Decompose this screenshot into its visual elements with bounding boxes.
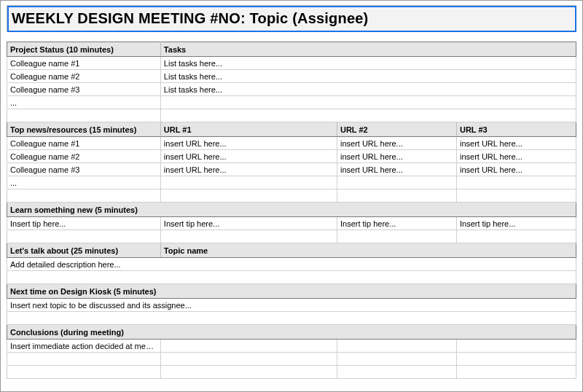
table-row[interactable]: Colleague name #1 insert URL here... ins… xyxy=(7,137,576,150)
table-row[interactable] xyxy=(7,230,576,243)
table-row[interactable] xyxy=(7,353,576,366)
empty-cell[interactable] xyxy=(7,353,161,366)
table-row[interactable]: Colleague name #2 insert URL here... ins… xyxy=(7,150,576,163)
empty-cell[interactable] xyxy=(7,109,161,122)
url-cell[interactable]: insert URL here... xyxy=(456,150,576,163)
table-row[interactable]: Colleague name #1 List tasks here... xyxy=(7,57,576,70)
url-cell[interactable]: insert URL here... xyxy=(160,163,337,176)
next-time-header[interactable]: Next time on Design Kiosk (5 minutes) xyxy=(7,284,576,299)
empty-cell[interactable] xyxy=(160,189,337,203)
project-status-header-row[interactable]: Project Status (10 minutes) Tasks xyxy=(7,42,576,57)
empty-cell[interactable] xyxy=(337,230,456,243)
table-row[interactable]: Insert next topic to be discussed and it… xyxy=(7,299,576,312)
colleague-name-cell[interactable]: Colleague name #3 xyxy=(7,83,161,96)
top-news-header[interactable]: Top news/resources (15 minutes) xyxy=(7,122,161,137)
table-row[interactable]: Add detailed description here... xyxy=(7,258,576,271)
table-row[interactable]: Colleague name #2 List tasks here... xyxy=(7,70,576,83)
empty-cell[interactable] xyxy=(456,353,576,366)
talk-header-row[interactable]: Let's talk about (25 minutes) Topic name xyxy=(7,243,576,258)
table-row[interactable]: ... xyxy=(7,96,576,109)
url-cell[interactable]: insert URL here... xyxy=(337,137,456,150)
tasks-cell[interactable]: List tasks here... xyxy=(160,57,576,70)
empty-cell[interactable] xyxy=(160,230,337,243)
empty-cell[interactable] xyxy=(456,366,576,379)
tip-cell[interactable]: Insert tip here... xyxy=(337,217,456,230)
learn-header-row[interactable]: Learn something new (5 minutes) xyxy=(7,203,576,217)
talk-header[interactable]: Let's talk about (25 minutes) xyxy=(7,243,161,258)
document-title[interactable]: WEEKLY DESIGN MEETING #NO: Topic (Assign… xyxy=(7,6,576,32)
talk-description-cell[interactable]: Add detailed description here... xyxy=(7,258,576,271)
empty-cell[interactable] xyxy=(160,353,337,366)
conclusions-header[interactable]: Conclusions (during meeting) xyxy=(7,325,576,340)
next-time-header-row[interactable]: Next time on Design Kiosk (5 minutes) xyxy=(7,284,576,299)
empty-cell[interactable] xyxy=(337,189,456,203)
next-time-description-cell[interactable]: Insert next topic to be discussed and it… xyxy=(7,299,576,312)
tip-cell[interactable]: Insert tip here... xyxy=(160,217,337,230)
url2-header[interactable]: URL #2 xyxy=(337,122,456,137)
ellipsis-cell[interactable]: ... xyxy=(7,176,161,189)
spacer xyxy=(7,32,576,42)
empty-cell[interactable] xyxy=(456,230,576,243)
tasks-cell[interactable]: List tasks here... xyxy=(160,83,576,96)
empty-cell[interactable] xyxy=(7,189,161,203)
table-row[interactable] xyxy=(7,271,576,284)
colleague-name-cell[interactable]: Colleague name #2 xyxy=(7,70,161,83)
ellipsis-cell[interactable]: ... xyxy=(7,96,161,109)
url1-header[interactable]: URL #1 xyxy=(160,122,337,137)
empty-cell[interactable] xyxy=(7,271,576,284)
colleague-name-cell[interactable]: Colleague name #1 xyxy=(7,57,161,70)
empty-cell[interactable] xyxy=(160,340,337,353)
tasks-cell[interactable]: List tasks here... xyxy=(160,70,576,83)
empty-cell[interactable] xyxy=(7,230,161,243)
table-row[interactable]: ... xyxy=(7,176,576,189)
tip-cell[interactable]: Insert tip here... xyxy=(7,217,161,230)
empty-cell[interactable] xyxy=(337,353,456,366)
spreadsheet-template: WEEKLY DESIGN MEETING #NO: Topic (Assign… xyxy=(0,0,583,392)
url-cell[interactable]: insert URL here... xyxy=(456,137,576,150)
empty-cell[interactable] xyxy=(160,176,337,189)
tip-cell[interactable]: Insert tip here... xyxy=(456,217,576,230)
table-row[interactable]: Insert tip here... Insert tip here... In… xyxy=(7,217,576,230)
top-news-header-row[interactable]: Top news/resources (15 minutes) URL #1 U… xyxy=(7,122,576,137)
url3-header[interactable]: URL #3 xyxy=(456,122,576,137)
url-cell[interactable]: insert URL here... xyxy=(160,137,337,150)
empty-cell[interactable] xyxy=(456,189,576,203)
url-cell[interactable]: insert URL here... xyxy=(456,163,576,176)
empty-cell[interactable] xyxy=(160,366,337,379)
url-cell[interactable]: insert URL here... xyxy=(337,150,456,163)
table-row[interactable] xyxy=(7,109,576,122)
empty-cell[interactable] xyxy=(456,340,576,353)
empty-cell[interactable] xyxy=(337,176,456,189)
tasks-header[interactable]: Tasks xyxy=(160,42,576,57)
empty-cell[interactable] xyxy=(160,109,576,122)
meeting-table[interactable]: WEEKLY DESIGN MEETING #NO: Topic (Assign… xyxy=(7,5,576,379)
empty-cell[interactable] xyxy=(7,312,576,325)
table-row[interactable]: Colleague name #3 List tasks here... xyxy=(7,83,576,96)
table-row[interactable] xyxy=(7,189,576,203)
empty-cell[interactable] xyxy=(456,176,576,189)
conclusions-description-cell[interactable]: Insert immediate action decided at meeti… xyxy=(7,340,161,353)
empty-cell[interactable] xyxy=(7,366,161,379)
url-cell[interactable]: insert URL here... xyxy=(160,150,337,163)
url-cell[interactable]: insert URL here... xyxy=(337,163,456,176)
table-row[interactable] xyxy=(7,312,576,325)
title-row[interactable]: WEEKLY DESIGN MEETING #NO: Topic (Assign… xyxy=(7,6,576,32)
colleague-name-cell[interactable]: Colleague name #3 xyxy=(7,163,161,176)
colleague-name-cell[interactable]: Colleague name #2 xyxy=(7,150,161,163)
conclusions-header-row[interactable]: Conclusions (during meeting) xyxy=(7,325,576,340)
empty-cell[interactable] xyxy=(160,96,576,109)
empty-cell[interactable] xyxy=(337,340,456,353)
colleague-name-cell[interactable]: Colleague name #1 xyxy=(7,137,161,150)
project-status-header[interactable]: Project Status (10 minutes) xyxy=(7,42,161,57)
learn-header[interactable]: Learn something new (5 minutes) xyxy=(7,203,576,217)
table-row[interactable]: Insert immediate action decided at meeti… xyxy=(7,340,576,353)
table-row[interactable] xyxy=(7,366,576,379)
table-row[interactable]: Colleague name #3 insert URL here... ins… xyxy=(7,163,576,176)
empty-cell[interactable] xyxy=(337,366,456,379)
topic-name-header[interactable]: Topic name xyxy=(160,243,576,258)
